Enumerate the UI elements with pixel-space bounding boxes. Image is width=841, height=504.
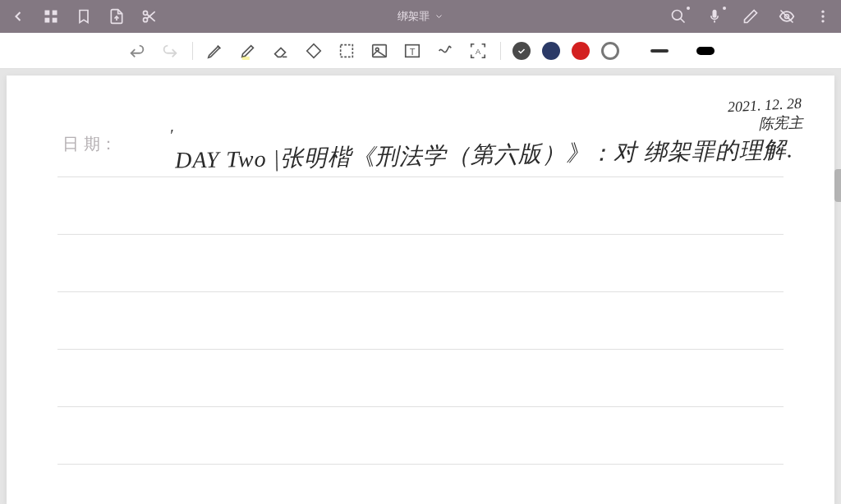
ruled-line: [57, 349, 784, 350]
more-icon[interactable]: [815, 8, 831, 25]
eraser-tool[interactable]: [270, 40, 292, 62]
top-bar: 绑架罪: [0, 0, 841, 33]
toolbar: T A: [0, 33, 841, 69]
document-title: 绑架罪: [398, 9, 430, 24]
handwriting-main: DAY Two |张明楷《刑法学（第六版）》：对 绑架罪的理解.: [175, 134, 794, 176]
scissors-icon[interactable]: [141, 8, 158, 25]
shape-eraser-tool[interactable]: [303, 40, 324, 62]
svg-rect-19: [341, 44, 353, 57]
svg-point-14: [821, 11, 824, 13]
ruled-line: [57, 464, 784, 465]
svg-line-10: [681, 19, 685, 23]
lasso-tool[interactable]: [336, 40, 357, 62]
ruled-line: [57, 406, 784, 407]
edit-icon[interactable]: [742, 8, 759, 25]
pen-tool[interactable]: [205, 40, 226, 62]
canvas-area: 日 期： 2021. 12. 28 陈宪主 DAY Two |张明楷《刑法学（第…: [0, 69, 841, 504]
ruled-line: [57, 176, 784, 177]
color-check[interactable]: [512, 42, 531, 60]
svg-point-16: [821, 20, 824, 22]
ruled-line: [57, 234, 784, 235]
color-red[interactable]: [572, 42, 590, 60]
redo-button[interactable]: [159, 40, 181, 62]
svg-point-9: [673, 11, 682, 21]
ocr-tool[interactable]: A: [467, 40, 489, 62]
search-icon[interactable]: [670, 8, 687, 25]
highlighter-tool[interactable]: [237, 40, 259, 62]
chevron-down-icon: [434, 11, 444, 21]
text-tool[interactable]: T: [402, 40, 423, 62]
stroke-thick[interactable]: [696, 47, 715, 55]
svg-point-6: [144, 18, 148, 22]
divider: [500, 42, 501, 60]
svg-point-15: [821, 15, 824, 17]
stroke-thin[interactable]: [650, 49, 669, 53]
svg-rect-3: [53, 18, 57, 23]
visibility-off-icon[interactable]: [779, 8, 795, 25]
top-right-group: [670, 8, 831, 25]
back-button[interactable]: [10, 8, 26, 25]
svg-rect-0: [45, 11, 50, 16]
mic-icon[interactable]: [706, 8, 723, 25]
image-tool[interactable]: [369, 40, 390, 62]
formula-tool[interactable]: [434, 40, 456, 62]
svg-point-5: [144, 11, 148, 15]
svg-rect-1: [53, 11, 57, 16]
scroll-handle[interactable]: [834, 169, 841, 202]
search-badge: [687, 7, 690, 10]
divider: [192, 42, 193, 60]
grid-icon[interactable]: [43, 8, 59, 25]
svg-rect-2: [45, 18, 50, 23]
export-icon[interactable]: [108, 8, 125, 25]
handwriting-signature: 陈宪主: [759, 112, 804, 134]
handwriting-tick: ′: [169, 126, 172, 145]
paper[interactable]: 日 期： 2021. 12. 28 陈宪主 DAY Two |张明楷《刑法学（第…: [7, 76, 834, 504]
svg-text:A: A: [476, 47, 481, 55]
top-left-group: [10, 8, 158, 25]
undo-button[interactable]: [126, 40, 148, 62]
svg-text:T: T: [410, 46, 416, 56]
date-label: 日 期：: [62, 133, 117, 155]
color-grey-ring[interactable]: [601, 42, 619, 60]
title-dropdown[interactable]: 绑架罪: [398, 9, 444, 24]
color-blue[interactable]: [542, 42, 560, 60]
ruled-line: [57, 291, 784, 292]
bookmark-icon[interactable]: [76, 8, 92, 25]
mic-badge: [723, 7, 726, 10]
